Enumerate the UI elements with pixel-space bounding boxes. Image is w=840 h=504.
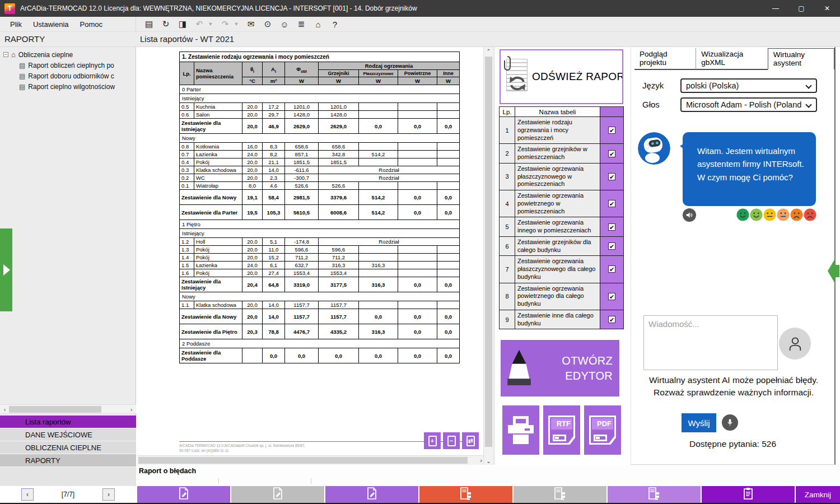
tree-node-obliczenia-cieplne[interactable]: − ⌂ Obliczenia cieplne [0, 49, 136, 60]
report-row-room: 1.5Łazienka24,06,1632,7316,3316,3 [180, 262, 460, 269]
mood-very-happy-icon[interactable] [736, 208, 749, 223]
scrollbar-thumb[interactable] [485, 57, 492, 447]
message-input[interactable] [643, 315, 778, 370]
left-panel-hscrollbar[interactable]: ‹ › [0, 404, 136, 414]
notes-icon[interactable]: ≣ [296, 19, 306, 29]
room-name: Pokój [194, 246, 242, 254]
report-errors-1-button[interactable] [137, 486, 230, 503]
table-list-lp: 3 [500, 163, 515, 190]
table-list-name: Zestawienie grzejników w pomieszczeniach [515, 144, 600, 164]
sidebar-item-lista-raport-w[interactable]: Lista raportów [0, 416, 136, 428]
room-name: Pokój [194, 269, 242, 277]
tree-item-raport-doboru-odbiornik-w-c[interactable]: ▤Raport doboru odbiorników c [0, 71, 136, 81]
export-rtf-button[interactable]: RTF [543, 405, 580, 455]
total-value: 2981,5 [285, 190, 319, 205]
table-checkbox[interactable]: ✔ [608, 316, 615, 323]
speaker-button[interactable] [683, 208, 696, 222]
split-note: Rozdział [319, 238, 460, 246]
tree-item-raport-oblicze-cieplnych-po[interactable]: ▤Raport obliczeń cieplnych po [0, 60, 136, 71]
report-row-total: Zestawienie dla Nowy19,158,42981,53379,6… [180, 190, 460, 205]
total-value: 5610,5 [285, 205, 319, 220]
report-vscrollbar[interactable]: ⌃ ⌄ [483, 47, 493, 466]
scroll-left-icon[interactable]: ‹ [1, 405, 9, 413]
table-checkbox[interactable]: ✔ [608, 242, 615, 250]
room-value: 658,6 [319, 143, 359, 151]
scroll-right-icon[interactable]: › [127, 405, 136, 413]
microphone-button[interactable] [722, 414, 738, 431]
report-calc-2-button[interactable] [514, 486, 606, 503]
table-list-check-cell: ✔ [600, 283, 624, 310]
room-value [437, 151, 460, 158]
table-checkbox[interactable]: ✔ [608, 265, 615, 273]
scrollbar-thumb[interactable] [9, 406, 101, 413]
sidebar-item-raporty[interactable]: RAPORTY [0, 454, 136, 467]
close-button[interactable]: ✕ [814, 0, 840, 17]
mood-very-sad-icon[interactable] [804, 208, 816, 223]
mood-neutral-icon[interactable] [763, 208, 776, 223]
report-preview[interactable]: 1. Zestawienie rodzaju ogrzewania i mocy… [137, 47, 483, 455]
send-button[interactable]: Wyślij [682, 413, 716, 432]
table-checkbox[interactable]: ✔ [608, 173, 615, 180]
license-lock-icon[interactable]: ⊙ [263, 19, 273, 29]
table-checkbox[interactable]: ✔ [608, 150, 615, 157]
tree-item-raport-cieplno-wilgotno-ciow[interactable]: ▤Raport cieplno wilgotnościow [0, 81, 136, 92]
menu-plik[interactable]: Plik [4, 18, 27, 30]
mood-meh-icon[interactable] [777, 208, 790, 223]
open-editor-button[interactable]: OTWÓRZ EDYTOR [501, 340, 619, 396]
table-list-lp: 2 [500, 144, 515, 164]
table-checkbox[interactable]: ✔ [608, 293, 615, 300]
page-fit-width-button[interactable]: ⇄ [462, 432, 479, 449]
print-button[interactable] [502, 405, 539, 455]
menu-ustawienia[interactable]: Ustawienia [27, 18, 74, 30]
table-checkbox[interactable]: ✔ [608, 200, 615, 207]
table-checkbox[interactable]: ✔ [608, 127, 615, 134]
report-errors-2-button[interactable] [231, 486, 324, 503]
report-row-section: 0 Parter [180, 85, 460, 94]
report-calc-1-button[interactable] [419, 486, 512, 503]
report-errors-3-button[interactable] [325, 486, 418, 503]
page-zoom-out-button[interactable]: − [443, 432, 460, 449]
save-icon[interactable]: ▤ [144, 19, 154, 29]
voice-select[interactable]: Microsoft Adam - Polish (Poland [680, 97, 817, 112]
sidebar-item-dane-wej-ciowe[interactable]: DANE WEJŚCIOWE [0, 428, 136, 441]
room-value: 20,0 [242, 254, 263, 262]
maximize-button[interactable]: ▢ [788, 0, 814, 17]
tab-wizualizacja-gbxml[interactable]: Wizualizacja gbXML [696, 48, 767, 70]
total-value: 0,0 [359, 119, 398, 134]
open-editor-label-1: OTWÓRZ [562, 353, 613, 368]
help-icon[interactable]: ? [330, 20, 340, 29]
print-preview-icon[interactable]: ◨ [178, 19, 188, 29]
report-options-panel: ODŚWIEŻ RAPORT Lp. Nazwa tabeli 1Zestawi… [495, 47, 624, 465]
scrollbar-thumb[interactable] [138, 457, 468, 464]
room-value: 1553,4 [285, 269, 319, 277]
home-update-icon[interactable]: ⌂ [313, 20, 323, 29]
room-lp: 1.3 [180, 246, 194, 254]
tab-podgl-d-projektu[interactable]: Podgląd projektu [634, 48, 696, 70]
report-hscrollbar[interactable]: › [137, 455, 483, 465]
table-list-check-cell: ✔ [600, 236, 624, 256]
refresh-icon[interactable]: ↻ [161, 19, 171, 29]
room-value [359, 254, 398, 262]
sidebar-item-obliczenia-cieplne[interactable]: OBLICZENIA CIEPLNE [0, 441, 136, 454]
table-checkbox[interactable]: ✔ [608, 223, 615, 231]
report-calc-3-button[interactable] [608, 486, 701, 503]
expand-right-panel-arrow[interactable] [828, 259, 835, 283]
page-next-button[interactable]: › [102, 488, 115, 501]
minimize-button[interactable]: — [763, 0, 788, 17]
assistant-robot-icon[interactable]: ☺ [279, 20, 290, 29]
scroll-right-icon[interactable]: › [480, 456, 482, 465]
tree-collapse-icon[interactable]: − [3, 52, 8, 57]
scroll-up-icon[interactable]: ⌃ [484, 47, 493, 56]
page-zoom-in-button[interactable]: + [424, 432, 441, 449]
close-view-button[interactable]: Zamknij [796, 486, 840, 503]
send-project-icon[interactable]: ✉ [246, 19, 256, 29]
mood-happy-icon[interactable] [750, 208, 763, 223]
export-pdf-button[interactable]: PDF [584, 405, 621, 455]
report-clipboard-button[interactable] [702, 486, 795, 503]
expand-left-panel-arrow[interactable] [0, 228, 12, 311]
tab-wirtualny-asystent[interactable]: Wirtualny asystent [768, 48, 834, 70]
mood-sad-icon[interactable] [790, 208, 803, 223]
refresh-report-button[interactable]: ODŚWIEŻ RAPORT [500, 49, 623, 104]
menu-pomoc[interactable]: Pomoc [74, 18, 108, 30]
language-select[interactable]: polski (Polska) [680, 78, 817, 93]
